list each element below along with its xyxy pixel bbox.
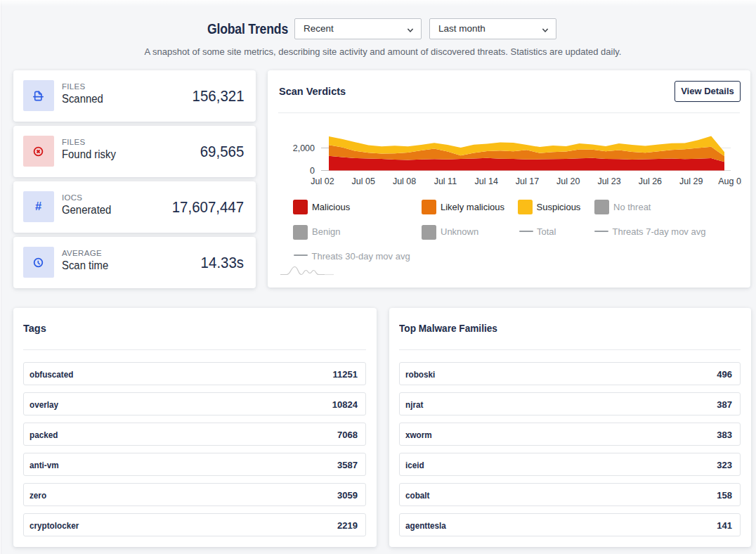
svg-text:Jul 08: Jul 08 (393, 176, 416, 186)
svg-text:Aug 01: Aug 01 (718, 176, 746, 186)
svg-text:2,000: 2,000 (293, 143, 315, 153)
svg-text:Jul 11: Jul 11 (434, 176, 457, 186)
svg-text:Jul 23: Jul 23 (597, 176, 620, 186)
svg-text:Jul 05: Jul 05 (352, 176, 375, 186)
svg-text:0: 0 (310, 166, 315, 176)
svg-text:Jul 20: Jul 20 (556, 176, 580, 186)
svg-text:Jul 14: Jul 14 (475, 176, 498, 186)
svg-text:Jul 02: Jul 02 (311, 176, 334, 186)
svg-text:Jul 17: Jul 17 (516, 176, 539, 186)
svg-text:Jul 26: Jul 26 (639, 176, 662, 186)
svg-text:Jul 29: Jul 29 (679, 176, 703, 186)
